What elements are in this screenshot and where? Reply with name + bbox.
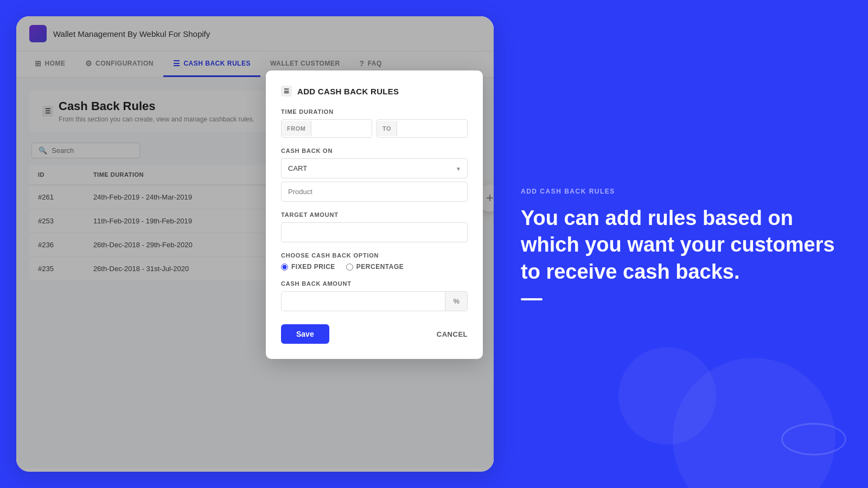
- to-input-group: TO 📅: [376, 119, 468, 138]
- cashback-on-select[interactable]: CART PRODUCT ORDER: [281, 158, 468, 178]
- target-amount-input[interactable]: 2000: [281, 222, 468, 242]
- cashback-option-label: CHOOSE CASH BACK OPTION: [281, 252, 468, 259]
- add-cashback-modal: ☰ ADD CASH BACK RULES TIME DURATION FROM…: [266, 70, 483, 359]
- time-duration-row: FROM 📅 TO 📅: [281, 119, 468, 138]
- to-date-input[interactable]: [397, 120, 468, 137]
- fixed-price-radio[interactable]: [281, 264, 288, 271]
- modal-actions: Save CANCEL: [281, 324, 468, 344]
- from-input-group: FROM 📅: [281, 119, 372, 138]
- modal-overlay: ☰ ADD CASH BACK RULES TIME DURATION FROM…: [16, 16, 494, 472]
- percentage-option[interactable]: PERCENTAGE: [346, 263, 404, 271]
- bg-decoration-2: [618, 347, 716, 445]
- target-amount-group: TARGET AMOUNT 2000: [281, 211, 468, 242]
- app-card: Wallet Management By Webkul For Shopify …: [16, 16, 494, 472]
- cashback-amount-label: CASH BACK AMOUNT: [281, 280, 468, 287]
- time-duration-group: TIME DURATION FROM 📅 TO 📅: [281, 108, 468, 138]
- cashback-amount-group: CASH BACK AMOUNT 2000 %: [281, 280, 468, 311]
- from-date-input[interactable]: [311, 120, 372, 137]
- cashback-amount-input[interactable]: 2000: [282, 292, 445, 311]
- bg-wave: [781, 423, 846, 455]
- target-amount-label: TARGET AMOUNT: [281, 211, 468, 218]
- time-duration-label: TIME DURATION: [281, 108, 468, 115]
- modal-title-icon: ☰: [281, 86, 292, 97]
- cashback-on-select-wrapper: CART PRODUCT ORDER: [281, 158, 468, 178]
- cashback-on-group: CASH BACK ON CART PRODUCT ORDER: [281, 147, 468, 202]
- right-panel-divider: [521, 298, 542, 300]
- modal-title: ☰ ADD CASH BACK RULES: [281, 86, 468, 97]
- save-button[interactable]: Save: [281, 324, 329, 344]
- right-panel: ADD CASH BACK RULES You can add rules ba…: [494, 0, 868, 488]
- cashback-option-group: CHOOSE CASH BACK OPTION FIXED PRICE PERC…: [281, 252, 468, 271]
- product-input[interactable]: [281, 182, 468, 202]
- fixed-price-option[interactable]: FIXED PRICE: [281, 263, 335, 271]
- right-panel-subtitle: ADD CASH BACK RULES: [521, 188, 841, 195]
- to-label: TO: [377, 121, 397, 136]
- cashback-on-label: CASH BACK ON: [281, 147, 468, 154]
- radio-group: FIXED PRICE PERCENTAGE: [281, 263, 468, 271]
- cancel-button[interactable]: CANCEL: [437, 330, 468, 338]
- right-panel-title: You can add rules based on which you wan…: [521, 205, 841, 285]
- percentage-radio[interactable]: [346, 264, 353, 271]
- from-label: FROM: [282, 121, 311, 136]
- cashback-amount-input-wrapper: 2000 %: [281, 291, 468, 311]
- percentage-suffix: %: [445, 292, 467, 311]
